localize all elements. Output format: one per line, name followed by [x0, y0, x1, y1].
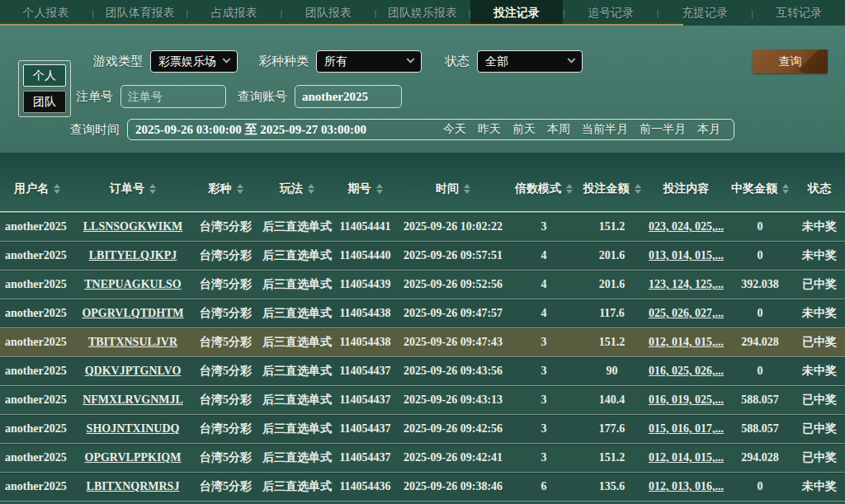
order-number-link[interactable]: SHOJNTXINUDQ	[74, 422, 191, 436]
order-number-link[interactable]: OPGRVLPPKIQM	[74, 451, 191, 464]
nav-tab[interactable]: 团队体育报表	[94, 0, 186, 26]
sort-icon[interactable]	[237, 184, 243, 194]
quick-range-link[interactable]: 前一半月	[640, 122, 686, 137]
quick-range-link[interactable]: 昨天	[478, 122, 501, 137]
table-row: another2025SHOJNTXINUDQ台湾5分彩后三直选单式114054…	[0, 414, 845, 443]
table-cell: 114054438	[334, 336, 396, 349]
table-cell: 140.4	[578, 393, 646, 407]
table-cell: 588.057	[726, 422, 794, 436]
table-cell: 台湾5分彩	[191, 450, 260, 465]
column-header[interactable]: 投注内容	[646, 181, 726, 196]
table-row: another2025NFMXLRVGNMJL台湾5分彩后三直选单式114054…	[0, 385, 845, 414]
bet-content-link[interactable]: 012, 014, 015,...	[646, 336, 726, 349]
table-cell: 6	[510, 480, 578, 493]
table-cell: 后三直选单式	[260, 479, 334, 494]
quick-range-link[interactable]: 本月	[697, 122, 720, 137]
table-row: another2025LLSNSOGKWIKM台湾5分彩后三直选单式114054…	[0, 212, 845, 241]
nav-tab-active[interactable]: 投注记录	[470, 0, 562, 26]
quick-range-link[interactable]: 本周	[547, 122, 570, 137]
table-cell: 294.028	[726, 451, 794, 464]
bet-content-link[interactable]: 023, 024, 025,...	[646, 220, 726, 233]
search-button[interactable]: 查询	[753, 49, 828, 73]
column-header[interactable]: 期号	[334, 181, 396, 196]
nav-tab[interactable]: 追号记录	[565, 0, 657, 26]
status-cell: 未中奖	[794, 479, 845, 494]
table-cell: 后三直选单式	[260, 450, 334, 465]
sort-icon[interactable]	[376, 184, 383, 194]
scope-switch: 个人 团队	[18, 60, 71, 117]
game-type-label: 游戏类型	[93, 54, 143, 69]
order-number-link[interactable]: TBITXNSULJVR	[74, 336, 191, 349]
order-number-link[interactable]: NFMXLRVGNMJL	[74, 393, 191, 407]
sort-icon[interactable]	[566, 184, 573, 194]
bet-content-link[interactable]: 016, 019, 025,...	[646, 393, 726, 407]
order-number-link[interactable]: OPGRVLQTDHTM	[74, 307, 191, 320]
column-header[interactable]: 中奖金额	[726, 181, 794, 196]
table-cell: 后三直选单式	[260, 422, 334, 436]
table-cell: 台湾5分彩	[191, 479, 260, 494]
order-no-input[interactable]	[120, 85, 226, 108]
column-header[interactable]: 状态	[794, 181, 845, 196]
time-range-input[interactable]: 2025-09-26 03:00:00 至 2025-09-27 03:00:0…	[135, 122, 437, 138]
status-cell: 已中奖	[794, 422, 845, 436]
nav-tab[interactable]: 团队报表	[282, 0, 374, 26]
sort-icon[interactable]	[308, 184, 314, 194]
order-number-link[interactable]: QDKVJPTGNLVO	[74, 365, 191, 378]
column-header-label: 订单号	[110, 181, 144, 196]
game-type-select[interactable]: 彩票娱乐场	[150, 50, 238, 73]
sort-icon[interactable]	[464, 184, 470, 194]
table-cell: 0	[726, 220, 794, 233]
sort-icon[interactable]	[54, 184, 60, 194]
table-cell: 2025-09-26 09:38:46	[396, 480, 510, 493]
order-number-link[interactable]: TNEPUAGKULSO	[74, 278, 191, 291]
scope-team-button[interactable]: 团队	[23, 91, 66, 113]
scope-personal-button[interactable]: 个人	[23, 64, 66, 87]
nav-tab[interactable]: 团队娱乐报表	[376, 0, 468, 26]
table-cell: 177.6	[578, 422, 646, 436]
column-header[interactable]: 玩法	[260, 181, 334, 196]
account-input[interactable]	[295, 85, 402, 108]
status-select[interactable]: 全部	[477, 50, 583, 73]
sort-icon[interactable]	[782, 184, 789, 194]
order-no-label: 注单号	[76, 89, 113, 105]
bet-content-link[interactable]: 012, 013, 016,...	[646, 480, 726, 493]
bet-content-link[interactable]: 123, 124, 125,...	[646, 278, 726, 291]
nav-tab[interactable]: 互转记录	[753, 0, 845, 26]
bet-content-link[interactable]: 016, 025, 026,...	[646, 365, 726, 378]
bet-content-link[interactable]: 015, 016, 017,...	[646, 422, 726, 436]
lottery-category-select[interactable]: 所有	[316, 50, 422, 73]
sort-icon[interactable]	[149, 184, 156, 194]
table-row: another2025LBITXNQRMRSJ台湾5分彩后三直选单式114054…	[0, 472, 845, 501]
quick-range-link[interactable]: 当前半月	[582, 122, 628, 137]
quick-range-link[interactable]: 前天	[512, 122, 536, 137]
username-cell: another2025	[0, 278, 74, 291]
column-header[interactable]: 彩种	[191, 181, 260, 196]
column-header[interactable]: 投注金额	[578, 181, 646, 196]
username-cell: another2025	[0, 422, 74, 436]
column-header[interactable]: 时间	[396, 181, 510, 196]
table-cell: 0	[726, 307, 794, 320]
column-header[interactable]: 订单号	[74, 181, 191, 196]
filter-row-time: 查询时间 2025-09-26 03:00:00 至 2025-09-27 03…	[70, 119, 734, 140]
table-cell: 3	[510, 422, 578, 436]
status-cell: 未中奖	[794, 248, 845, 263]
column-header[interactable]: 用户名	[0, 181, 74, 196]
column-header-label: 时间	[436, 181, 459, 196]
bet-content-link[interactable]: 012, 014, 015,...	[646, 451, 726, 464]
status-cell: 已中奖	[794, 335, 845, 350]
quick-range-link[interactable]: 今天	[443, 122, 466, 137]
order-number-link[interactable]: LBITYELQJKPJ	[74, 249, 191, 262]
table-cell: 135.6	[578, 480, 646, 493]
nav-tab[interactable]: 充提记录	[659, 0, 751, 26]
order-number-link[interactable]: LLSNSOGKWIKM	[74, 220, 191, 233]
nav-tab[interactable]: 个人报表	[0, 0, 92, 26]
table-cell: 台湾5分彩	[191, 219, 260, 234]
column-header[interactable]: 倍数模式	[510, 181, 578, 196]
order-number-link[interactable]: LBITXNQRMRSJ	[74, 480, 191, 493]
bet-content-link[interactable]: 025, 026, 027,...	[646, 307, 726, 320]
table-cell: 201.6	[578, 249, 646, 262]
bet-content-link[interactable]: 013, 014, 015,...	[646, 249, 726, 262]
sort-icon[interactable]	[635, 184, 641, 194]
nav-tab[interactable]: 占成报表	[188, 0, 280, 26]
table-row: another2025OPGRVLQTDHTM台湾5分彩后三直选单式114054…	[0, 299, 845, 327]
